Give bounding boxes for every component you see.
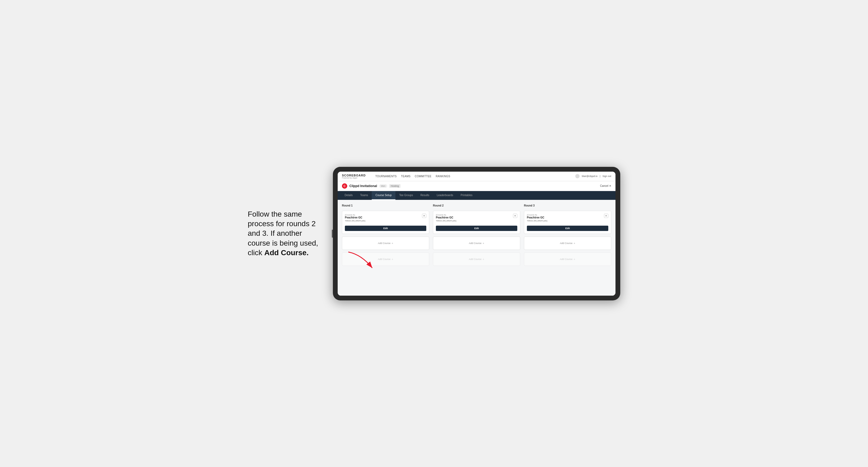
- nav-links: TOURNAMENTS TEAMS COMMITTEE RANKINGS: [375, 174, 569, 178]
- cancel-button[interactable]: Cancel ✕: [600, 184, 611, 187]
- tournament-gender: Men: [379, 184, 387, 188]
- nav-teams[interactable]: TEAMS: [401, 174, 411, 178]
- user-avatar: [575, 174, 580, 178]
- round-1-add-course-text-1: Add Course +: [378, 242, 393, 245]
- round-1-delete-button[interactable]: ✕: [422, 214, 426, 218]
- round-3-add-course-text-1: Add Course +: [560, 242, 575, 245]
- tab-teams[interactable]: Teams: [356, 191, 372, 200]
- tab-results[interactable]: Results: [417, 191, 433, 200]
- divider: |: [600, 175, 600, 178]
- round-1-course-details: Yellow (M) (6629 yds): [345, 220, 365, 222]
- round-2-course-label: (Course A): [436, 214, 456, 216]
- tab-course-setup[interactable]: Course Setup: [372, 191, 395, 200]
- round-1-add-course-1[interactable]: Add Course +: [342, 237, 429, 250]
- round-1-course-info: (Course A) Peachtree GC Yellow (M) (6629…: [345, 214, 365, 222]
- page-wrapper: Follow the same process for rounds 2 and…: [248, 167, 620, 301]
- user-email: blair@clippd.io: [582, 175, 597, 178]
- round-2-course-card: (Course A) Peachtree GC Yellow (M) (6629…: [433, 211, 520, 234]
- round-1-column: Round 1 (Course A) Peachtree GC Yellow (…: [342, 204, 429, 266]
- round-3-add-course-2: Add Course +: [524, 252, 611, 266]
- clippd-logo: C: [342, 183, 347, 189]
- hosting-badge: Hosting: [389, 184, 401, 188]
- round-3-course-card: (Course A) Peachtree GC Yellow (M) (6629…: [524, 211, 611, 234]
- nav-tournaments[interactable]: TOURNAMENTS: [375, 174, 397, 178]
- round-1-course-name: Peachtree GC: [345, 216, 365, 219]
- round-2-course-details: Yellow (M) (6629 yds): [436, 220, 456, 222]
- plus-icon-1: +: [392, 242, 393, 245]
- round-3-delete-button[interactable]: ✕: [604, 214, 608, 218]
- tournament-title-area: C Clippd Invitational Men Hosting: [342, 183, 400, 189]
- tournament-name: Clippd Invitational: [349, 184, 377, 188]
- tournament-header: C Clippd Invitational Men Hosting Cancel…: [338, 181, 616, 191]
- round-1-add-course-2: Add Course +: [342, 252, 429, 266]
- round-1-course-card: (Course A) Peachtree GC Yellow (M) (6629…: [342, 211, 429, 234]
- plus-icon-4: +: [483, 257, 484, 261]
- main-content: Round 1 (Course A) Peachtree GC Yellow (…: [338, 200, 616, 295]
- round-1-label: Round 1: [342, 204, 429, 207]
- round-3-edit-button[interactable]: Edit: [527, 226, 608, 231]
- logo-area: SCOREBOARD Powered by clippd: [342, 174, 366, 179]
- round-2-add-course-text-2: Add Course +: [469, 257, 484, 261]
- logo-scoreboard: SCOREBOARD: [342, 174, 366, 177]
- round-2-card-header: (Course A) Peachtree GC Yellow (M) (6629…: [436, 214, 517, 222]
- cancel-label: Cancel ✕: [600, 184, 611, 187]
- tab-leaderboards[interactable]: Leaderboards: [433, 191, 457, 200]
- tablet-frame: SCOREBOARD Powered by clippd TOURNAMENTS…: [333, 167, 620, 301]
- plus-icon-6: +: [574, 257, 575, 261]
- round-3-course-label: (Course A): [527, 214, 547, 216]
- round-2-column: Round 2 (Course A) Peachtree GC Yellow (…: [433, 204, 520, 266]
- tablet-side-button: [332, 230, 333, 238]
- tab-tee-groups[interactable]: Tee Groups: [395, 191, 417, 200]
- nav-rankings[interactable]: RANKINGS: [436, 174, 450, 178]
- tab-details[interactable]: Details: [341, 191, 356, 200]
- round-2-add-course-2: Add Course +: [433, 252, 520, 266]
- round-1-add-course-text-2: Add Course +: [378, 257, 393, 261]
- round-2-course-info: (Course A) Peachtree GC Yellow (M) (6629…: [436, 214, 456, 222]
- round-3-add-course-text-2: Add Course +: [560, 257, 575, 261]
- round-3-column: Round 3 (Course A) Peachtree GC Yellow (…: [524, 204, 611, 266]
- round-2-add-course-1[interactable]: Add Course +: [433, 237, 520, 250]
- round-3-course-name: Peachtree GC: [527, 216, 547, 219]
- plus-icon-5: +: [574, 242, 575, 245]
- round-3-course-info: (Course A) Peachtree GC Yellow (M) (6629…: [527, 214, 547, 222]
- top-nav: SCOREBOARD Powered by clippd TOURNAMENTS…: [338, 172, 616, 181]
- tablet-screen: SCOREBOARD Powered by clippd TOURNAMENTS…: [338, 172, 616, 295]
- rounds-grid: Round 1 (Course A) Peachtree GC Yellow (…: [342, 204, 611, 266]
- sign-out-link[interactable]: Sign out: [602, 175, 611, 178]
- round-2-delete-button[interactable]: ✕: [513, 214, 517, 218]
- round-1-edit-button[interactable]: Edit: [345, 226, 426, 231]
- round-3-card-header: (Course A) Peachtree GC Yellow (M) (6629…: [527, 214, 608, 222]
- round-2-label: Round 2: [433, 204, 520, 207]
- round-3-course-details: Yellow (M) (6629 yds): [527, 220, 547, 222]
- round-1-card-header: (Course A) Peachtree GC Yellow (M) (6629…: [345, 214, 426, 222]
- round-3-add-course-1[interactable]: Add Course +: [524, 237, 611, 250]
- nav-user: blair@clippd.io | Sign out: [575, 174, 611, 178]
- round-2-edit-button[interactable]: Edit: [436, 226, 517, 231]
- nav-committee[interactable]: COMMITTEE: [415, 174, 432, 178]
- round-1-course-label: (Course A): [345, 214, 365, 216]
- add-course-emphasis: Add Course.: [264, 249, 308, 257]
- plus-icon-3: +: [483, 242, 484, 245]
- logo-sub: Powered by clippd: [342, 177, 366, 179]
- round-2-add-course-text-1: Add Course +: [469, 242, 484, 245]
- round-2-course-name: Peachtree GC: [436, 216, 456, 219]
- round-3-label: Round 3: [524, 204, 611, 207]
- instruction-text: Follow the same process for rounds 2 and…: [248, 210, 322, 258]
- tab-bar: Details Teams Course Setup Tee Groups Re…: [338, 191, 616, 200]
- tab-printables[interactable]: Printables: [457, 191, 476, 200]
- plus-icon-2: +: [392, 257, 393, 261]
